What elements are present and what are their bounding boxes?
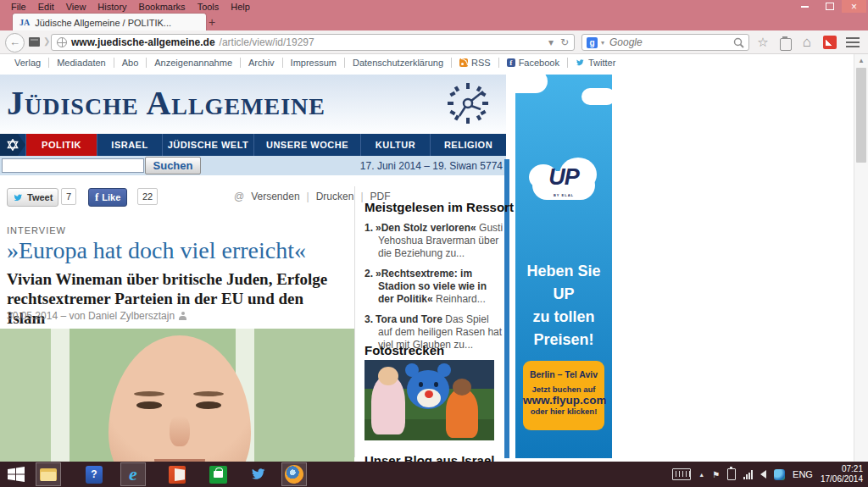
ad-banner[interactable]: UP BY ELAL Heben Sie UP zu tollen Preise… <box>515 75 612 458</box>
minimize-icon <box>801 6 809 8</box>
close-button[interactable]: × <box>842 0 866 13</box>
url-bar[interactable]: www.juedische-allgemeine.de /article/vie… <box>51 34 575 51</box>
addon-icon[interactable] <box>823 36 837 49</box>
new-tab-button[interactable]: + <box>202 15 222 29</box>
menu-view[interactable]: View <box>60 1 92 13</box>
taskbar-firefox[interactable] <box>281 462 307 486</box>
nav-kultur[interactable]: KULTUR <box>360 134 430 156</box>
taskbar-store[interactable] <box>205 462 231 486</box>
link-impressum[interactable]: Impressum <box>282 58 344 68</box>
site-logo[interactable]: Jüdische Allgemeine <box>7 83 326 124</box>
bookmark-star-icon[interactable]: ☆ <box>754 35 771 50</box>
like-button[interactable]: f Like <box>88 188 127 207</box>
page-scrollbar[interactable]: ▴ <box>854 54 868 462</box>
taskbar-office[interactable] <box>164 462 190 486</box>
menu-bar: File Edit View History Bookmarks Tools H… <box>0 0 256 13</box>
tweet-count: 7 <box>61 188 76 205</box>
article-title[interactable]: »Europa hat doch viel erreicht« <box>7 237 350 264</box>
url-dropdown-icon[interactable]: ▾ <box>548 36 554 48</box>
link-facebook[interactable]: fFacebook <box>498 58 567 68</box>
menu-edit[interactable]: Edit <box>32 1 60 13</box>
bookmarks-menu-icon[interactable] <box>780 38 792 51</box>
menu-bookmarks[interactable]: Bookmarks <box>133 1 192 13</box>
explorer-icon <box>40 468 57 481</box>
tray-expand-icon[interactable]: ▲ <box>698 472 704 478</box>
hamburger-menu-icon[interactable] <box>846 37 860 47</box>
link-anzeigenannahme[interactable]: Anzeigenannahme <box>146 58 240 68</box>
tab-favicon: JA <box>19 18 30 27</box>
search-icon[interactable] <box>733 37 744 48</box>
tab-title: Jüdische Allgemeine / POLITIK... <box>35 18 171 28</box>
google-icon[interactable]: g <box>587 37 598 48</box>
taskbar-twitter[interactable] <box>246 462 271 486</box>
scroll-up-icon[interactable]: ▴ <box>854 54 868 66</box>
nav-unsere-woche[interactable]: UNSERE WOCHE <box>253 134 360 156</box>
nav-home-star[interactable] <box>0 134 25 156</box>
site-search-input[interactable] <box>2 158 144 173</box>
link-datenschutz[interactable]: Datenschutzerklärung <box>344 58 451 68</box>
ad-cta-box[interactable]: Berlin – Tel Aviv Jetzt buchen auf www.f… <box>523 361 604 430</box>
globe-icon <box>57 37 67 47</box>
most-read-heading: Meistgelesen im Ressort <box>364 200 514 214</box>
maximize-button[interactable] <box>817 0 842 13</box>
reload-icon[interactable]: ↻ <box>560 36 569 48</box>
menu-tools[interactable]: Tools <box>192 1 225 13</box>
taskbar-internet-explorer[interactable]: e <box>120 462 146 486</box>
page-content: Verlag Mediadaten Abo Anzeigenannahme Ar… <box>0 54 854 462</box>
menu-help[interactable]: Help <box>225 1 256 13</box>
taskbar-explorer[interactable] <box>36 462 61 486</box>
portrait-face <box>108 335 251 462</box>
search-engine-dropdown-icon[interactable]: ▾ <box>601 39 604 47</box>
most-read-item-2[interactable]: 2.»Rechtsextreme: im Stadion so viele wi… <box>364 268 505 306</box>
back-button[interactable]: ← <box>5 33 25 53</box>
most-read-item-1[interactable]: 1.»Den Stolz verloren« Gusti Yehoshua Br… <box>364 222 505 260</box>
link-twitter[interactable]: Twitter <box>567 58 623 68</box>
link-rss[interactable]: RSS <box>451 58 498 68</box>
nav-politik[interactable]: POLITIK <box>25 134 97 156</box>
home-icon[interactable]: ⌂ <box>798 35 815 50</box>
nav-juedische-welt[interactable]: JÜDISCHE WELT <box>162 134 253 156</box>
browser-search[interactable]: g ▾ <box>581 34 749 51</box>
link-abo[interactable]: Abo <box>114 58 147 68</box>
volume-icon[interactable] <box>760 470 766 479</box>
link-mediadaten[interactable]: Mediadaten <box>48 58 114 68</box>
taskbar-help-app[interactable]: ? <box>81 462 107 486</box>
article-image <box>0 329 354 462</box>
start-button[interactable] <box>3 462 29 486</box>
minimize-button[interactable] <box>793 0 817 13</box>
nav-religion[interactable]: RELIGION <box>430 134 506 156</box>
browser-search-input[interactable] <box>608 36 730 49</box>
history-icon[interactable] <box>29 37 40 47</box>
search-submit-button[interactable]: Suchen <box>145 157 201 174</box>
fotostrecken-photo[interactable] <box>364 360 494 440</box>
fan-left <box>371 375 405 434</box>
star-of-david-icon <box>7 139 19 151</box>
ad-headline-3: zu tollen <box>515 308 612 326</box>
window-controls: × <box>793 0 866 13</box>
menu-file[interactable]: File <box>5 1 32 13</box>
language-indicator[interactable]: ENG <box>793 469 813 479</box>
send-link[interactable]: Versenden <box>251 191 299 202</box>
tweet-button[interactable]: Tweet <box>7 188 58 207</box>
menu-history[interactable]: History <box>92 1 132 13</box>
tab-active[interactable]: JA Jüdische Allgemeine / POLITIK... <box>12 13 207 31</box>
link-archiv[interactable]: Archiv <box>240 58 282 68</box>
action-center-flag-icon[interactable]: ⚑ <box>712 470 720 479</box>
twitter-icon <box>576 58 585 67</box>
author-icon[interactable] <box>179 312 186 320</box>
store-icon <box>209 466 227 484</box>
help-icon: ? <box>86 466 103 484</box>
link-verlag[interactable]: Verlag <box>7 58 48 68</box>
scrollbar-thumb[interactable] <box>856 68 866 163</box>
taskbar-clock[interactable]: 07:21 17/06/2014 <box>821 464 863 484</box>
firefox-icon <box>285 465 303 484</box>
nav-israel[interactable]: ISRAEL <box>97 134 162 156</box>
network-signal-icon[interactable] <box>743 470 753 479</box>
like-label: Like <box>102 192 120 202</box>
touch-keyboard-icon[interactable] <box>672 468 691 480</box>
ad-click-line: oder hier klicken! <box>523 407 604 416</box>
tweet-label: Tweet <box>27 192 53 202</box>
power-icon[interactable] <box>727 468 736 480</box>
defender-icon[interactable] <box>774 469 785 480</box>
print-link[interactable]: Drucken <box>316 191 354 202</box>
